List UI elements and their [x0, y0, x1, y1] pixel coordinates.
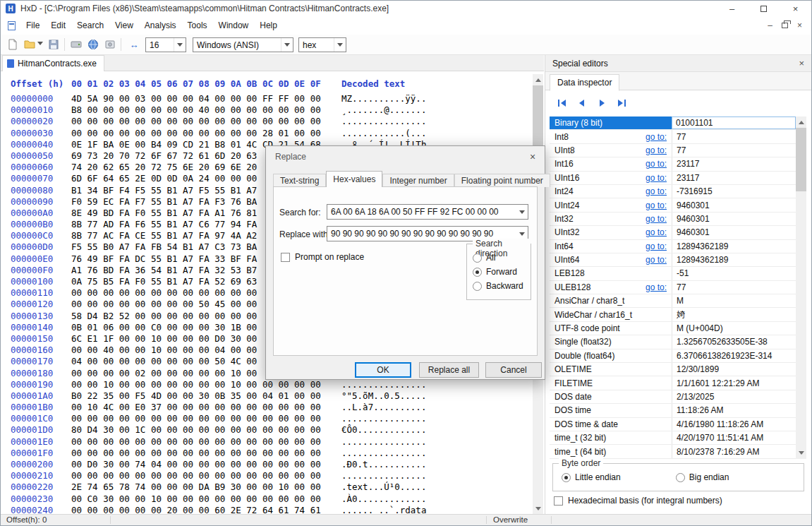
menu-help[interactable]: Help — [254, 18, 283, 33]
tab-hex-values[interactable]: Hex-values — [326, 171, 382, 187]
row-bytes[interactable]: 8B 77 AD FA F6 55 B1 A7 C6 77 94 FA — [71, 219, 257, 229]
inspector-row[interactable]: UInt64go to:12894362189 — [550, 253, 796, 267]
minimize-icon[interactable]: – — [716, 1, 748, 16]
inspector-row[interactable]: Binary (8 bit)01001101 — [550, 116, 796, 130]
menu-search[interactable]: Search — [71, 18, 109, 33]
inspector-value[interactable]: 23117 — [672, 157, 796, 170]
row-bytes[interactable]: B1 34 BF F4 F5 55 B1 A7 F5 55 B1 A7 — [71, 185, 257, 196]
open-disk-image-icon[interactable] — [102, 37, 118, 52]
row-bytes[interactable]: 58 D4 B2 52 00 00 00 00 00 00 00 00 — [71, 311, 257, 321]
inspector-row[interactable]: AnsiChar / char8_tM — [550, 294, 796, 308]
row-decoded[interactable]: ................ — [341, 413, 426, 424]
inspector-value[interactable]: 23117 — [672, 172, 796, 184]
replace-dialog-titlebar[interactable]: Replace × — [266, 146, 545, 167]
inspector-value[interactable]: 9460301 — [672, 198, 796, 211]
menu-view[interactable]: View — [109, 18, 139, 33]
row-bytes[interactable]: 00 00 00 00 00 00 00 00 50 45 00 00 — [71, 299, 257, 309]
goto-link[interactable]: go to: — [646, 255, 667, 265]
new-file-icon[interactable] — [5, 37, 20, 52]
goto-link[interactable]: go to: — [646, 186, 667, 196]
row-decoded[interactable]: ................ — [341, 379, 426, 390]
mdi-restore-icon[interactable] — [779, 20, 791, 31]
row-bytes[interactable]: B0 22 35 00 F5 4D 00 00 30 0B 35 00 04 0… — [71, 390, 321, 401]
inspector-row[interactable]: Int16go to:23117 — [550, 157, 796, 171]
row-bytes[interactable]: 00 00 00 00 00 00 00 00 00 00 00 00 00 0… — [71, 448, 321, 458]
row-bytes[interactable]: 0A 75 B5 FA F0 55 B1 A7 FA 52 69 63 — [71, 276, 257, 287]
inspector-row[interactable]: time_t (64 bit)8/10/2378 7:16:29 AM — [550, 445, 796, 458]
special-editors-close-icon[interactable]: × — [799, 58, 804, 68]
previous-byte-icon[interactable] — [574, 96, 590, 110]
goto-link[interactable]: go to: — [646, 214, 667, 224]
little-endian-radio[interactable] — [562, 473, 571, 482]
offset-base-select[interactable]: hex — [298, 37, 346, 52]
row-bytes[interactable]: 00 D0 30 00 74 04 00 00 00 00 00 00 00 0… — [71, 459, 321, 470]
inspector-row[interactable]: FILETIME1/1/1601 12:21:29 AM — [550, 376, 796, 390]
menu-window[interactable]: Window — [213, 18, 255, 33]
inspector-row[interactable]: Single (float32)1.32567052633505E-38 — [550, 335, 796, 349]
inspector-row[interactable]: DOS time & date4/16/1980 11:18:26 AM — [550, 418, 796, 431]
inspector-row[interactable]: UTF-8 code pointM (U+004D) — [550, 322, 796, 335]
menu-tools[interactable]: Tools — [182, 18, 213, 33]
row-bytes[interactable]: 8E 49 BD FA F0 55 B1 A7 FA A1 76 81 — [71, 208, 257, 218]
inspector-value[interactable]: -7316915 — [672, 185, 796, 198]
maximize-icon[interactable] — [748, 1, 780, 16]
scroll-up-icon[interactable] — [533, 74, 543, 85]
inspector-row[interactable]: DOS time11:18:26 AM — [550, 404, 796, 417]
row-bytes[interactable]: 2E 74 65 78 74 00 00 00 DA B9 30 00 00 1… — [71, 482, 321, 492]
row-decoded[interactable]: °"5.õM..0.5..... — [341, 390, 426, 401]
row-bytes[interactable]: 74 20 62 65 20 72 75 6E 20 69 6E 20 — [71, 162, 257, 172]
row-bytes[interactable]: 00 10 4C 00 E0 37 00 00 00 00 00 00 00 0… — [71, 402, 321, 412]
row-bytes[interactable]: 00 00 10 00 00 00 00 00 00 00 10 00 00 0… — [71, 379, 321, 390]
inspector-value[interactable]: 77 — [672, 130, 796, 143]
row-bytes[interactable]: 00 00 00 00 00 00 00 00 00 00 00 00 — [71, 287, 257, 298]
inspector-row[interactable]: UInt32go to:9460301 — [550, 226, 796, 239]
goto-link[interactable]: go to: — [646, 173, 667, 183]
inspector-row[interactable]: Int8go to:77 — [550, 130, 796, 143]
mdi-close-icon[interactable]: × — [794, 20, 806, 31]
row-bytes[interactable]: B8 00 00 00 00 00 00 00 40 00 00 00 00 0… — [71, 104, 321, 115]
row-decoded[interactable]: ¸.......@....... — [341, 104, 426, 115]
inspector-row[interactable]: ULEB128go to:77 — [550, 281, 796, 294]
menu-edit[interactable]: Edit — [45, 18, 71, 33]
inspector-row[interactable]: time_t (32 bit)4/20/1970 11:51:41 AM — [550, 431, 796, 445]
row-decoded[interactable]: ............(... — [341, 128, 426, 138]
inspector-row[interactable]: LEB128-51 — [550, 267, 796, 280]
goto-link[interactable]: go to: — [646, 241, 667, 251]
inspector-value[interactable]: 12894362189 — [672, 253, 796, 266]
dialog-close-icon[interactable]: × — [521, 146, 545, 167]
status-write-mode[interactable]: Overwrite — [493, 515, 528, 524]
row-decoded[interactable]: ..L.à7.......... — [341, 402, 426, 412]
chevron-down-icon[interactable] — [281, 38, 293, 52]
hex-basis-checkbox[interactable] — [554, 496, 563, 506]
row-bytes[interactable]: 80 D4 30 00 1C 00 00 00 00 00 00 00 00 0… — [71, 424, 321, 435]
row-decoded[interactable]: ................ — [341, 436, 426, 447]
search-for-input[interactable]: 6A 00 6A 18 6A 00 50 FF FF 92 FC 00 00 0… — [327, 204, 528, 220]
encoding-select[interactable]: Windows (ANSI) — [193, 37, 293, 52]
chevron-down-icon[interactable] — [334, 38, 346, 52]
row-bytes[interactable]: 6D 6F 64 65 2E 0D 0D 0A 24 00 00 00 — [71, 173, 257, 184]
mdi-minimize-icon[interactable]: – — [764, 20, 776, 31]
inspector-value[interactable]: 8/10/2378 7:16:29 AM — [672, 445, 796, 458]
row-bytes[interactable]: 00 C0 30 00 00 10 00 00 00 00 00 00 00 0… — [71, 494, 321, 504]
close-icon[interactable]: × — [780, 1, 811, 16]
row-decoded[interactable]: ................ — [341, 116, 426, 126]
inspector-value[interactable]: 9460301 — [672, 213, 796, 225]
inspector-value[interactable]: 01001101 — [672, 116, 796, 129]
inspector-value[interactable]: 婍 — [672, 308, 796, 321]
row-decoded[interactable]: ................ — [341, 470, 426, 481]
row-bytes[interactable]: 00 00 00 00 00 00 00 00 00 00 00 00 00 0… — [71, 470, 321, 481]
inspector-value[interactable]: 77 — [672, 144, 796, 157]
scroll-down-icon[interactable] — [533, 504, 543, 515]
big-endian-radio[interactable] — [676, 473, 685, 482]
tab-text-string[interactable]: Text-string — [273, 174, 326, 187]
row-bytes[interactable]: 00 00 40 00 00 10 00 00 00 04 00 00 — [71, 345, 257, 355]
row-bytes[interactable]: 04 00 00 00 00 00 00 00 00 50 4C 00 — [71, 356, 257, 366]
cancel-button[interactable]: Cancel — [485, 362, 542, 378]
row-bytes[interactable]: 00 00 00 00 00 00 00 00 00 00 00 00 00 0… — [71, 413, 321, 424]
row-bytes[interactable]: A1 76 BD FA 36 54 B1 A7 FA 32 53 B7 — [71, 265, 257, 275]
goto-link[interactable]: go to: — [646, 282, 667, 292]
row-bytes[interactable]: 8B 77 AC FA CE 55 B1 A7 FA 97 4A A2 — [71, 230, 257, 241]
row-bytes[interactable]: 0B 01 06 00 00 C0 00 00 00 30 1B 00 — [71, 322, 257, 333]
row-decoded[interactable]: MZ..........ÿÿ.. — [341, 93, 426, 104]
scrollbar-thumb[interactable] — [796, 128, 806, 191]
